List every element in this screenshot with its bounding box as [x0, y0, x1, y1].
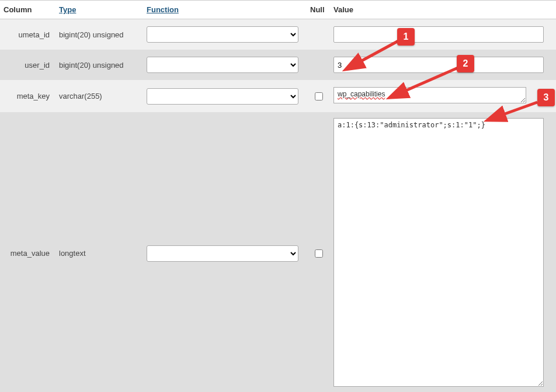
row-name: meta_key — [0, 80, 55, 112]
annotation-badge-2: 2 — [457, 55, 474, 72]
row-name: meta_value — [0, 112, 55, 392]
header-function[interactable]: Function — [143, 1, 307, 19]
null-checkbox[interactable] — [315, 249, 323, 258]
annotation-badge-1: 1 — [397, 28, 415, 46]
row-type: longtext — [55, 112, 143, 392]
table-row: umeta_id bigint(20) unsigned — [0, 19, 556, 50]
function-select[interactable] — [147, 26, 298, 43]
annotation-badge-3: 3 — [537, 89, 555, 106]
value-input[interactable] — [333, 26, 544, 43]
value-textarea[interactable]: a:1:{s:13:"administrator";s:1:"1";} — [333, 118, 544, 387]
value-input[interactable] — [333, 57, 544, 73]
header-null: Null — [307, 1, 330, 19]
row-type: bigint(20) unsigned — [55, 19, 143, 50]
row-name: umeta_id — [0, 19, 55, 50]
row-type: bigint(20) unsigned — [55, 50, 143, 80]
row-name: user_id — [0, 50, 55, 80]
header-column: Column — [0, 1, 55, 19]
function-select[interactable] — [147, 245, 298, 262]
row-type: varchar(255) — [55, 80, 143, 112]
table-row: meta_key varchar(255) wp_capabilities — [0, 80, 556, 112]
table-row: meta_value longtext a:1:{s:13:"administr… — [0, 112, 556, 392]
function-select[interactable] — [147, 88, 298, 105]
header-type[interactable]: Type — [55, 1, 143, 19]
header-value: Value — [330, 1, 556, 19]
value-textarea[interactable]: wp_capabilities — [333, 87, 526, 103]
function-select[interactable] — [147, 57, 298, 73]
null-checkbox[interactable] — [315, 92, 323, 100]
